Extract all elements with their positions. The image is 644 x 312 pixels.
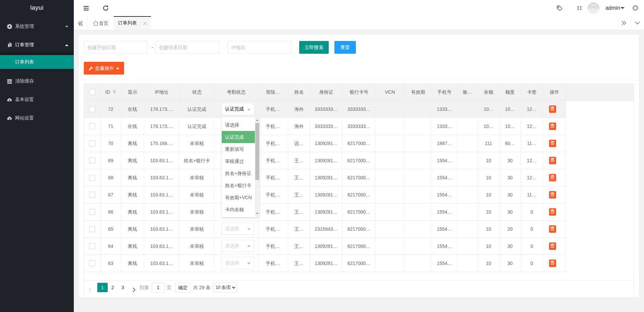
svg-text:求真相: 求真相 bbox=[590, 3, 597, 6]
